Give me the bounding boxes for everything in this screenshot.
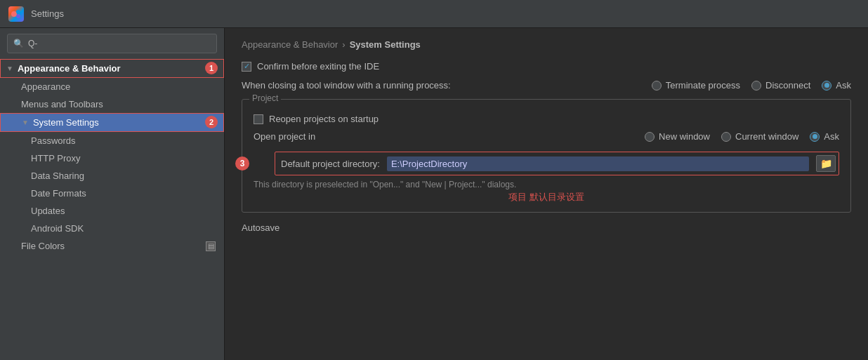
default-project-dir-input[interactable] [387,156,809,171]
default-project-dir-row: Default project directory: 📁 [275,152,839,175]
reopen-projects-checkbox[interactable] [254,114,263,124]
breadcrumb-current: System Settings [350,39,421,50]
badge-3: 3 [235,156,249,171]
file-colors-icon: ▤ [206,241,216,251]
hint-text: This directory is preselected in "Open..… [254,180,839,189]
confirm-exit-row: Confirm before exiting the IDE [242,61,851,72]
autosave-label: Autosave [242,222,851,233]
new-window-label: New window [659,131,710,142]
search-input[interactable] [28,39,211,48]
ask-label: Ask [836,80,851,91]
sidebar-item-label: File Colors [21,241,65,251]
ask-radio-wrap[interactable]: Ask [822,80,851,91]
ask2-radio-wrap[interactable]: Ask [810,131,839,142]
chevron-down-icon: ▼ [22,119,29,126]
sidebar-item-date-formats[interactable]: Date Formats [0,185,224,202]
sidebar-item-label: Appearance & Behavior [18,63,121,74]
badge-2: 2 [205,116,218,128]
new-window-radio[interactable] [645,132,655,142]
sidebar-item-appearance[interactable]: Appearance [0,78,224,95]
sidebar-item-android-sdk[interactable]: Android SDK [0,220,224,237]
confirm-exit-checkbox-wrap[interactable]: Confirm before exiting the IDE [242,61,379,72]
ask-radio[interactable] [822,81,831,91]
sidebar-item-label: Appearance [21,81,70,92]
badge-1: 1 [205,62,218,74]
svg-point-2 [16,10,20,14]
sidebar-item-label: Menus and Toolbars [21,99,103,109]
current-window-radio-wrap[interactable]: Current window [721,131,798,142]
search-icon: 🔍 [13,39,24,48]
closing-tool-window-row: When closing a tool window with a runnin… [242,80,851,91]
sidebar-item-system-settings[interactable]: ▼ System Settings 2 [0,113,224,132]
chevron-down-icon: ▼ [6,65,13,72]
sidebar-item-label: Date Formats [31,188,86,199]
sidebar-item-label: Passwords [31,135,76,146]
reopen-projects-label: Reopen projects on startup [269,114,379,124]
disconnect-radio-wrap[interactable]: Disconnect [751,80,810,91]
title-bar: Settings [0,0,868,28]
sidebar-item-file-colors[interactable]: File Colors ▤ [0,237,224,255]
disconnect-radio[interactable] [751,81,761,91]
reopen-projects-row: Reopen projects on startup [254,114,839,124]
project-section: Project Reopen projects on startup Open … [242,99,851,213]
sidebar-item-menus-toolbars[interactable]: Menus and Toolbars [0,95,224,113]
ask2-radio[interactable] [810,132,820,142]
main-content: Appearance & Behavior › System Settings … [225,28,868,360]
app-logo [8,6,24,22]
svg-point-3 [16,14,20,18]
sidebar-item-updates[interactable]: Updates [0,202,224,220]
sidebar-item-passwords[interactable]: Passwords [0,132,224,149]
current-window-radio[interactable] [721,132,731,142]
default-project-dir-label: Default project directory: [275,159,380,169]
window-title: Settings [31,8,64,19]
search-box[interactable]: 🔍 [7,34,217,53]
confirm-exit-label: Confirm before exiting the IDE [257,61,379,72]
breadcrumb: Appearance & Behavior › System Settings [242,39,851,50]
sidebar-item-appearance-behavior[interactable]: ▼ Appearance & Behavior 1 [0,59,224,78]
reopen-projects-checkbox-wrap[interactable]: Reopen projects on startup [254,114,379,124]
sidebar-item-http-proxy[interactable]: HTTP Proxy [0,149,224,167]
sidebar: 🔍 ▼ Appearance & Behavior 1 Appearance M… [0,28,225,360]
sidebar-item-label: HTTP Proxy [31,153,81,164]
ask2-label: Ask [824,131,839,142]
svg-point-1 [11,11,17,17]
current-window-label: Current window [735,131,798,142]
project-options: Reopen projects on startup Open project … [254,114,839,204]
hint-red-text: 项目 默认目录设置 [254,191,839,204]
terminate-radio[interactable] [652,81,662,91]
sidebar-item-label: Android SDK [31,223,84,234]
disconnect-label: Disconnect [765,80,810,91]
sidebar-item-label: Data Sharing [31,171,84,181]
browse-button[interactable]: 📁 [816,155,836,172]
terminate-label: Terminate process [666,80,740,91]
sidebar-item-label: System Settings [33,117,99,128]
new-window-radio-wrap[interactable]: New window [645,131,710,142]
open-project-radio-group: New window Current window Ask [645,131,839,142]
sidebar-item-label: Updates [31,206,65,216]
open-project-in-row: Open project in New window Current windo… [254,131,839,142]
breadcrumb-parent: Appearance & Behavior [242,39,338,50]
closing-tool-window-label: When closing a tool window with a runnin… [242,80,451,91]
terminate-radio-wrap[interactable]: Terminate process [652,80,740,91]
breadcrumb-separator: › [342,39,345,50]
confirm-exit-checkbox[interactable] [242,62,251,72]
closing-radio-group: Terminate process Disconnect Ask [652,80,851,91]
sidebar-item-data-sharing[interactable]: Data Sharing [0,167,224,185]
open-project-in-label: Open project in [254,131,315,142]
project-section-title: Project [249,93,281,103]
